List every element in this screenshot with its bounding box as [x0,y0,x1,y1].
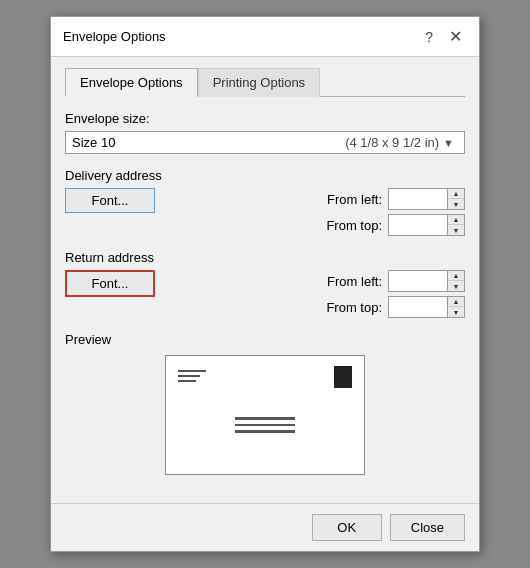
delivery-from-top-value[interactable]: Auto [388,214,448,236]
return-from-top-spinner: ▲ ▼ [448,296,465,318]
spin-up-icon[interactable]: ▲ [448,271,464,281]
delivery-address-row: Font... From left: Auto ▲ ▼ From [65,188,465,236]
tab-envelope-options[interactable]: Envelope Options [65,68,198,97]
delivery-from-left-value[interactable]: Auto [388,188,448,210]
preview-box [65,355,465,475]
return-line-1 [178,370,206,372]
spin-up-icon[interactable]: ▲ [448,189,464,199]
envelope-preview [165,355,365,475]
delivery-from-top-spinner: ▲ ▼ [448,214,465,236]
tab-printing-options[interactable]: Printing Options [198,68,321,97]
help-icon[interactable]: ? [420,27,438,47]
envelope-size-label: Envelope size: [65,111,465,126]
delivery-line-2 [235,424,295,427]
dropdown-arrow-icon: ▼ [439,137,458,149]
title-bar: Envelope Options ? ✕ [51,17,479,57]
delivery-line-1 [235,417,295,420]
spin-down-icon[interactable]: ▼ [448,307,464,317]
ok-button[interactable]: OK [312,514,382,541]
delivery-address-label: Delivery address [65,168,465,183]
preview-section: Preview [65,332,465,475]
envelope-size-description: (4 1/8 x 9 1/2 in) [345,135,439,150]
delivery-address-preview-lines [235,417,295,433]
envelope-size-section: Envelope size: Size 10 (4 1/8 x 9 1/2 in… [65,111,465,154]
return-from-left-value[interactable]: Auto [388,270,448,292]
return-line-3 [178,380,196,382]
delivery-from-left-input: Auto ▲ ▼ [388,188,465,210]
spin-down-icon[interactable]: ▼ [448,225,464,235]
return-address-section: Return address Font... From left: Auto ▲… [65,250,465,318]
title-bar-controls: ? ✕ [420,25,467,48]
delivery-font-button[interactable]: Font... [65,188,155,213]
return-from-left-input: Auto ▲ ▼ [388,270,465,292]
return-address-row: Font... From left: Auto ▲ ▼ From [65,270,465,318]
dialog-body: Envelope Options Printing Options Envelo… [51,57,479,503]
delivery-from-top-label: From top: [317,218,382,233]
spin-down-icon[interactable]: ▼ [448,281,464,291]
tab-bar: Envelope Options Printing Options [65,67,465,97]
envelope-size-select[interactable]: Size 10 (4 1/8 x 9 1/2 in) ▼ [65,131,465,154]
delivery-address-section: Delivery address Font... From left: Auto… [65,168,465,236]
dialog-title: Envelope Options [63,29,166,44]
return-from-top-label: From top: [317,300,382,315]
delivery-line-3 [235,430,295,433]
close-button[interactable]: Close [390,514,465,541]
delivery-from-top-input: Auto ▲ ▼ [388,214,465,236]
return-address-label: Return address [65,250,465,265]
spin-down-icon[interactable]: ▼ [448,199,464,209]
delivery-from-left-spinner: ▲ ▼ [448,188,465,210]
return-font-button[interactable]: Font... [65,270,155,297]
return-from-left-row: From left: Auto ▲ ▼ [317,270,465,292]
delivery-from-top-row: From top: Auto ▲ ▼ [317,214,465,236]
envelope-size-row: Size 10 (4 1/8 x 9 1/2 in) ▼ [65,131,465,154]
envelope-options-dialog: Envelope Options ? ✕ Envelope Options Pr… [50,16,480,552]
delivery-from-left-row: From left: Auto ▲ ▼ [317,188,465,210]
preview-label: Preview [65,332,465,347]
envelope-size-value: Size 10 [72,135,325,150]
return-from-top-input: Auto ▲ ▼ [388,296,465,318]
return-from-top-value[interactable]: Auto [388,296,448,318]
return-line-2 [178,375,200,377]
return-address-preview-lines [178,370,206,382]
dialog-footer: OK Close [51,503,479,551]
return-from-top-row: From top: Auto ▲ ▼ [317,296,465,318]
stamp-preview [334,366,352,388]
delivery-from-left-label: From left: [317,192,382,207]
return-from-left-spinner: ▲ ▼ [448,270,465,292]
close-icon[interactable]: ✕ [444,25,467,48]
return-position-controls: From left: Auto ▲ ▼ From top: Auto [317,270,465,318]
spin-up-icon[interactable]: ▲ [448,297,464,307]
delivery-position-controls: From left: Auto ▲ ▼ From top: Auto [317,188,465,236]
return-from-left-label: From left: [317,274,382,289]
spin-up-icon[interactable]: ▲ [448,215,464,225]
